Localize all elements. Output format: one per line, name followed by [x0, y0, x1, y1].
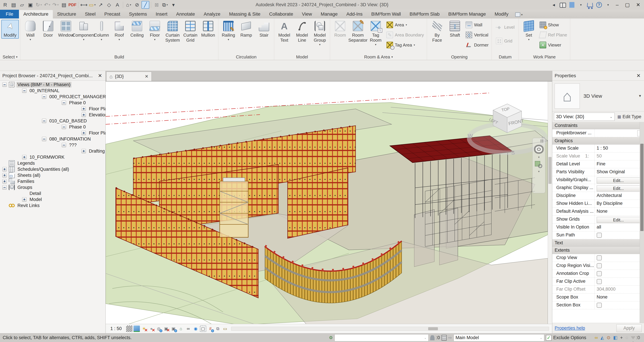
tree-item-010-cad-based[interactable]: −010_CAD_BASED: [0, 118, 106, 124]
property-value[interactable]: None: [594, 208, 644, 215]
type-selector[interactable]: ⌂ 3D View ▼: [552, 81, 644, 111]
tree-item-views-bim-m-phasen-[interactable]: −Views (BIM² - M - Phasen): [0, 82, 106, 88]
tag-area-button[interactable]: Tag Area▾: [386, 40, 425, 50]
manage-collaboration-icon[interactable]: [442, 335, 446, 341]
property-value[interactable]: None: [594, 293, 644, 301]
panel-label[interactable]: Opening: [427, 54, 492, 60]
expand-icon[interactable]: +: [82, 113, 86, 117]
tab-view[interactable]: View: [298, 10, 316, 19]
tab-bim-form-slab[interactable]: BIM²form Slab: [405, 10, 444, 19]
help-icon[interactable]: ?: [596, 1, 602, 9]
property-value[interactable]: Edit...: [594, 176, 644, 184]
railing-button[interactable]: Railing▾: [220, 20, 237, 42]
vertical-scrollbar[interactable]: [548, 81, 552, 324]
panel-label[interactable]: Circulation: [218, 54, 274, 60]
collapse-icon[interactable]: −: [42, 95, 46, 99]
tree-item-families[interactable]: +Families: [0, 178, 106, 184]
switch-windows-icon[interactable]: ⧉▾: [161, 1, 169, 9]
checkbox[interactable]: [597, 279, 602, 284]
zoom-icon[interactable]: [535, 161, 542, 168]
section-icon[interactable]: ⊘: [133, 1, 141, 9]
property-value[interactable]: [594, 278, 644, 285]
user-avatar[interactable]: [568, 1, 575, 9]
modify-button[interactable]: Modify: [1, 20, 19, 39]
wall-button[interactable]: Wall: [464, 20, 490, 30]
close-button[interactable]: ✕: [634, 2, 642, 8]
tree-item-schedules-quantities-all-[interactable]: +Schedules/Quantities (all): [0, 166, 106, 172]
properties-close-icon[interactable]: ✕: [636, 73, 642, 79]
open-icon[interactable]: ▱: [18, 1, 26, 9]
viewer-button[interactable]: Viewer: [538, 40, 568, 50]
edit-button[interactable]: Edit...: [597, 217, 640, 223]
show-crop-region-icon[interactable]: ▣: [170, 325, 177, 332]
tree-item-revit-links[interactable]: Revit Links: [0, 203, 106, 209]
panel-label[interactable]: Datum: [492, 54, 518, 60]
curtain-grid-button[interactable]: CurtainGrid: [182, 20, 199, 44]
shadows-icon[interactable]: ●: [148, 325, 155, 332]
synchronize-icon[interactable]: ↻▾: [35, 1, 42, 9]
tab-bim-form-wall[interactable]: BIM²form Wall: [367, 10, 405, 19]
tree-item-detail[interactable]: Detail: [0, 190, 106, 197]
tab-collaborate[interactable]: Collaborate: [265, 10, 298, 19]
select-elements-by-face-icon[interactable]: ◧: [613, 335, 618, 340]
steering-wheel-icon[interactable]: [534, 145, 544, 154]
tab-structure[interactable]: Structure: [53, 10, 81, 19]
tab-architecture[interactable]: Architecture: [19, 10, 53, 19]
tab-manage[interactable]: Manage: [316, 10, 342, 19]
property-value[interactable]: Edit...: [594, 216, 644, 223]
panel-label[interactable]: Select▾: [0, 54, 20, 60]
tab-modify[interactable]: Modify: [490, 10, 513, 19]
collapse-icon[interactable]: −: [62, 101, 66, 105]
expand-icon[interactable]: +: [82, 107, 86, 111]
thin-lines-icon[interactable]: ╱: [142, 1, 149, 9]
apply-button[interactable]: Apply: [616, 324, 642, 332]
model-text-button[interactable]: ModelText: [276, 20, 293, 44]
drawing-area[interactable]: W S E TOP LEFT FRONT ▾: [106, 81, 552, 324]
tree-item-groups[interactable]: −Groups: [0, 184, 106, 190]
property-value[interactable]: 50: [594, 152, 644, 160]
component-button[interactable]: Component▾: [75, 20, 92, 42]
wall-button[interactable]: Wall▾: [22, 20, 39, 42]
view-tab-3d[interactable]: ⌂ {3D} ✕: [106, 72, 152, 81]
save-icon[interactable]: ▣: [26, 1, 34, 9]
collapse-icon[interactable]: −: [42, 119, 46, 123]
redo-icon[interactable]: ↷▾: [52, 1, 59, 9]
dimension-icon[interactable]: ↗: [97, 1, 104, 9]
window-button[interactable]: Window: [57, 20, 75, 39]
model-group-button[interactable]: ModelGroup▾: [311, 20, 328, 47]
checkbox[interactable]: [597, 255, 602, 260]
ceiling-button[interactable]: Ceiling: [128, 20, 146, 39]
tree-item-phase-0[interactable]: −Phase 0: [0, 100, 106, 106]
collapse-icon[interactable]: −: [2, 185, 7, 190]
customize-qat-icon[interactable]: ▾: [170, 1, 177, 9]
room-separator-button[interactable]: RoomSeparator: [349, 20, 366, 44]
property-value[interactable]: 1 : 50: [594, 144, 644, 152]
collapse-icon[interactable]: −: [62, 125, 66, 129]
sun-path-icon[interactable]: ☀: [141, 325, 147, 332]
export-pdf-icon[interactable]: PDF: [68, 1, 76, 9]
dormer-button[interactable]: Dormer: [464, 40, 490, 50]
property-value[interactable]: Edit...: [594, 184, 644, 192]
reveal-hidden-elements-icon[interactable]: ∞: [185, 325, 192, 332]
tree-item-10-formwork[interactable]: +10_FORMWORK: [0, 154, 106, 160]
properties-scrollbar[interactable]: [640, 122, 644, 323]
checkbox[interactable]: [597, 233, 602, 238]
zoom-menu-arrow-icon[interactable]: ▾: [538, 170, 540, 173]
close-hidden-windows-icon[interactable]: ⊠: [153, 1, 160, 9]
navigation-bar[interactable]: ▾ ▾: [532, 138, 546, 193]
text-icon[interactable]: A: [114, 1, 121, 9]
detail-level-icon[interactable]: [126, 325, 132, 332]
edit-button[interactable]: Edit...: [597, 178, 640, 184]
area-button[interactable]: Area▾: [386, 20, 425, 30]
horizontal-scrollbar[interactable]: [231, 327, 549, 331]
tree-item-sheets-all-[interactable]: +Sheets (all): [0, 172, 106, 178]
measure-icon[interactable]: ▭▾: [88, 1, 96, 9]
revit-logo-icon[interactable]: R: [1, 1, 9, 9]
properties-scrollbar-thumb[interactable]: [640, 144, 644, 231]
default-3d-view-icon[interactable]: ⌂▾: [125, 1, 132, 9]
exclude-options-checkbox[interactable]: ✓: [546, 335, 552, 341]
checkbox[interactable]: [597, 271, 602, 276]
tab-steel[interactable]: Steel: [80, 10, 100, 19]
drag-elements-on-selection-icon[interactable]: +: [620, 335, 623, 340]
property-value[interactable]: all: [594, 224, 644, 231]
